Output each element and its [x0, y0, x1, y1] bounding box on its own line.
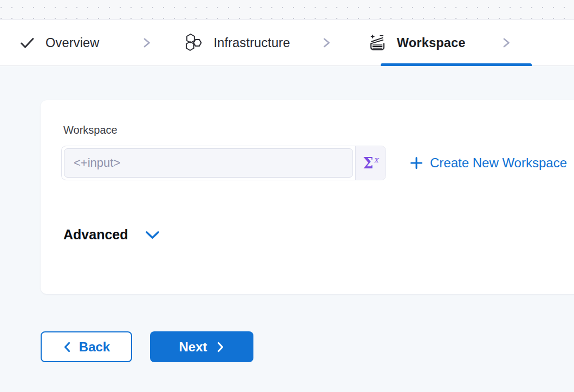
sigma-superscript-x: x	[374, 155, 378, 165]
workspace-field-label: Workspace	[63, 124, 118, 136]
workspace-input-row: Σx Create New Workspace	[61, 146, 567, 180]
wizard-footer-actions: Back Next	[41, 331, 253, 362]
workflow-canvas-dotted-background	[0, 0, 574, 20]
create-new-workspace-label: Create New Workspace	[430, 155, 567, 171]
chevron-right-icon	[216, 340, 225, 354]
chevron-right-icon	[321, 35, 332, 51]
check-icon	[19, 35, 35, 51]
workspace-form-card: Workspace Σx Create New Workspace Advanc…	[41, 100, 574, 294]
expression-sigma-button[interactable]: Σx	[355, 146, 386, 180]
advanced-toggle[interactable]: Advanced	[63, 227, 161, 243]
hexagons-icon	[183, 32, 204, 53]
chevron-down-icon	[144, 228, 161, 242]
step-tab-infrastructure[interactable]: Infrastructure	[183, 32, 290, 53]
sigma-icon: Σ	[363, 156, 373, 171]
chevron-right-icon	[141, 35, 153, 51]
workspace-stack-icon	[368, 34, 387, 52]
next-button[interactable]: Next	[150, 331, 253, 362]
workspace-input-group: Σx	[61, 146, 386, 180]
advanced-label: Advanced	[63, 227, 128, 243]
back-button[interactable]: Back	[41, 331, 132, 362]
step-label: Infrastructure	[214, 36, 290, 50]
plus-icon	[410, 156, 423, 169]
wizard-stepper-bar: Overview Infrastructure	[0, 20, 574, 66]
step-tab-workspace[interactable]: Workspace	[368, 34, 466, 52]
chevron-right-icon	[500, 35, 512, 51]
back-button-label: Back	[79, 339, 110, 355]
step-label: Overview	[45, 36, 100, 50]
workspace-input[interactable]	[64, 148, 353, 178]
step-tab-overview[interactable]: Overview	[19, 35, 100, 51]
next-button-label: Next	[179, 339, 207, 355]
chevron-left-icon	[63, 340, 71, 354]
wizard-page: Workspace Σx Create New Workspace Advanc…	[0, 66, 574, 391]
create-new-workspace-link[interactable]: Create New Workspace	[410, 155, 567, 171]
step-label: Workspace	[397, 36, 466, 50]
